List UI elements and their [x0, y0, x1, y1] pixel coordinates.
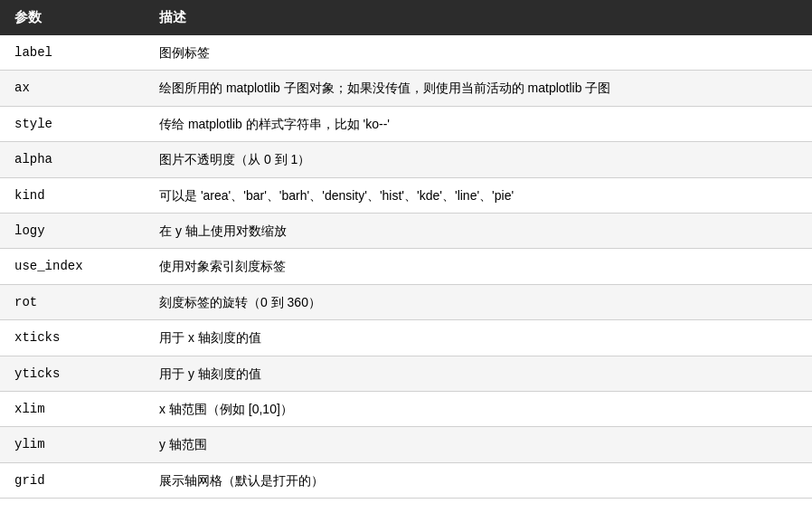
table-row: ylimy 轴范围	[0, 427, 812, 462]
param-cell: rot	[0, 284, 145, 319]
param-cell: xticks	[0, 320, 145, 356]
table-row: yticks用于 y 轴刻度的值	[0, 356, 812, 391]
param-cell: use_index	[0, 249, 145, 284]
desc-cell: 图片不透明度（从 0 到 1）	[145, 142, 812, 177]
param-cell: xlim	[0, 391, 145, 426]
desc-cell: 在 y 轴上使用对数缩放	[145, 213, 812, 248]
desc-cell: 传给 matplotlib 的样式字符串，比如 'ko--'	[145, 106, 812, 141]
table-header-row: 参数 描述	[0, 0, 812, 35]
table-row: label图例标签	[0, 35, 812, 71]
desc-cell: y 轴范围	[145, 427, 812, 462]
table-row: grid展示轴网格（默认是打开的）	[0, 462, 812, 498]
table-row: ax绘图所用的 matplotlib 子图对象；如果没传值，则使用当前活动的 m…	[0, 71, 812, 106]
desc-cell: 用于 y 轴刻度的值	[145, 356, 812, 391]
desc-cell: 图例标签	[145, 35, 812, 71]
table-row: use_index使用对象索引刻度标签	[0, 249, 812, 284]
table-row: xticks用于 x 轴刻度的值	[0, 320, 812, 356]
param-cell: kind	[0, 177, 145, 213]
desc-cell: 展示轴网格（默认是打开的）	[145, 462, 812, 498]
table-container: 参数 描述 label图例标签ax绘图所用的 matplotlib 子图对象；如…	[0, 0, 812, 513]
desc-cell: 使用对象索引刻度标签	[145, 249, 812, 284]
table-row: rot刻度标签的旋转（0 到 360）	[0, 284, 812, 319]
param-cell: yticks	[0, 356, 145, 391]
header-param: 参数	[0, 0, 145, 35]
table-row: xlimx 轴范围（例如 [0,10]）	[0, 391, 812, 426]
table-row: logy在 y 轴上使用对数缩放	[0, 213, 812, 248]
param-cell: logy	[0, 213, 145, 248]
header-desc: 描述	[145, 0, 812, 35]
desc-cell: 绘图所用的 matplotlib 子图对象；如果没传值，则使用当前活动的 mat…	[145, 71, 812, 106]
desc-cell: 用于 x 轴刻度的值	[145, 320, 812, 356]
param-cell: grid	[0, 462, 145, 498]
desc-cell: 可以是 'area'、'bar'、'barh'、'density'、'hist'…	[145, 177, 812, 213]
table-row: alpha图片不透明度（从 0 到 1）	[0, 142, 812, 177]
param-cell: ylim	[0, 427, 145, 462]
param-cell: label	[0, 35, 145, 71]
table-row: kind可以是 'area'、'bar'、'barh'、'density'、'h…	[0, 177, 812, 213]
param-cell: alpha	[0, 142, 145, 177]
desc-cell: 刻度标签的旋转（0 到 360）	[145, 284, 812, 319]
params-table: 参数 描述 label图例标签ax绘图所用的 matplotlib 子图对象；如…	[0, 0, 812, 499]
desc-cell: x 轴范围（例如 [0,10]）	[145, 391, 812, 426]
table-row: style传给 matplotlib 的样式字符串，比如 'ko--'	[0, 106, 812, 141]
param-cell: ax	[0, 71, 145, 106]
param-cell: style	[0, 106, 145, 141]
